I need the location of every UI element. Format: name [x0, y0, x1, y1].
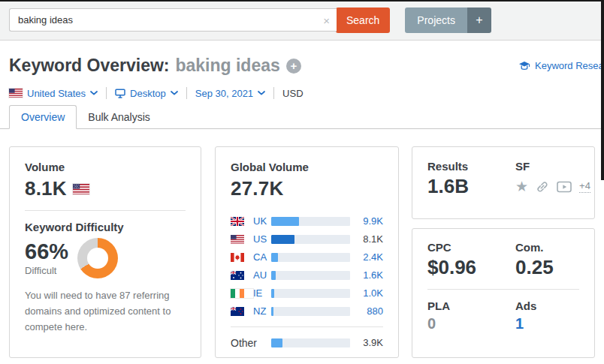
volume-bar-track: [271, 253, 350, 262]
cpc-value: $0.96: [427, 256, 515, 279]
us-flag-icon: [73, 184, 89, 194]
graduation-cap-icon: [518, 61, 530, 71]
search-input[interactable]: [10, 9, 337, 31]
volume-bar-track: [271, 307, 350, 316]
global-volume-heading: Global Volume: [231, 161, 383, 173]
kd-note-text: You will need to have 87 referring domai…: [25, 287, 186, 335]
global-volume-value: 27.7K: [231, 177, 383, 200]
results-card: Results 1.6B SF ★ +4: [412, 146, 595, 219]
star-icon: ★: [515, 179, 528, 194]
country-link-nz[interactable]: NZ: [253, 305, 271, 317]
cpc-card: CPC $0.96 Com. 0.25 PLA 0 Ads 1: [412, 228, 595, 358]
country-link-ca[interactable]: CA: [253, 251, 271, 263]
country-link-uk[interactable]: UK: [253, 215, 271, 227]
results-value: 1.6B: [427, 175, 515, 198]
us-flag-icon: [9, 89, 23, 98]
volume-bar-fill: [271, 307, 273, 316]
divider: [106, 87, 107, 99]
ca-flag-icon: [231, 253, 253, 262]
volume-bar-fill: [271, 253, 278, 262]
search-box: ×: [9, 8, 337, 32]
filters-row: United States Desktop Sep 30, 2021 USD: [0, 75, 604, 101]
kd-percent-value: 66%: [25, 240, 68, 263]
divider: [25, 210, 186, 211]
other-label: Other: [231, 337, 271, 349]
date-filter-label: Sep 30, 2021: [195, 88, 253, 99]
country-link-au[interactable]: AU: [253, 269, 271, 281]
volume-value-ie: 1.0K: [350, 287, 383, 299]
page-title: Keyword Overview: baking ideas +: [9, 56, 595, 76]
window-top-edge: [0, 0, 604, 2]
volume-value-other: 3.9K: [350, 337, 383, 348]
volume-bar-fill: [271, 338, 282, 347]
video-icon: [557, 181, 572, 193]
volume-bar-fill: [271, 235, 294, 244]
clear-search-icon[interactable]: ×: [323, 14, 330, 26]
chevron-down-icon: [90, 91, 98, 95]
ads-value[interactable]: 1: [515, 315, 579, 332]
country-link-ie[interactable]: IE: [253, 287, 271, 299]
volume-card: Volume 8.1K Keyword Difficulty 66% Diffi…: [9, 146, 201, 358]
divider: [231, 326, 383, 327]
pla-heading: PLA: [427, 299, 515, 312]
volume-value-nz: 880: [350, 305, 383, 317]
global-volume-row-au: AU 1.6K: [231, 267, 383, 283]
window-right-edge: [601, 0, 604, 180]
device-filter[interactable]: Desktop: [115, 88, 178, 99]
keyword-research-link[interactable]: Keyword Research: [518, 60, 604, 71]
nz-flag-icon: [231, 307, 253, 316]
global-volume-row-nz: NZ 880: [231, 303, 383, 319]
volume-bar-track: [271, 217, 350, 226]
competition-heading: Com.: [515, 241, 579, 254]
keyword-research-label: Keyword Research: [535, 60, 604, 71]
title-row: Keyword Overview: baking ideas + Keyword…: [0, 41, 604, 75]
link-icon: [536, 180, 549, 194]
page-title-keyword: baking ideas: [175, 56, 279, 76]
country-label-us: US: [253, 233, 271, 245]
global-volume-row-ca: CA 2.4K: [231, 249, 383, 265]
tab-overview[interactable]: Overview: [9, 105, 77, 129]
more-serp-features-link[interactable]: +4: [579, 180, 590, 194]
serp-features-heading: SF: [515, 160, 590, 173]
device-filter-label: Desktop: [130, 88, 166, 99]
volume-value: 8.1K: [25, 177, 67, 200]
serp-feature-icons: ★ +4: [515, 179, 590, 194]
projects-label[interactable]: Projects: [405, 8, 467, 33]
volume-bar-fill: [271, 217, 299, 226]
global-volume-row-us: US 8.1K: [231, 231, 383, 247]
volume-value-au: 1.6K: [350, 269, 383, 281]
global-volume-row-ie: IE 1.0K: [231, 285, 383, 301]
volume-bar-track: [271, 289, 350, 298]
kd-donut: [77, 238, 118, 278]
tab-bulk-analysis[interactable]: Bulk Analysis: [77, 106, 161, 128]
keyword-difficulty-heading: Keyword Difficulty: [25, 221, 186, 233]
volume-bar-track: [271, 271, 350, 280]
currency-label: USD: [282, 88, 303, 99]
divider: [273, 87, 274, 99]
date-filter[interactable]: Sep 30, 2021: [195, 88, 265, 99]
volume-heading: Volume: [25, 161, 186, 173]
ads-heading: Ads: [515, 299, 579, 312]
competition-value: 0.25: [515, 256, 579, 279]
add-project-button[interactable]: +: [467, 8, 491, 33]
volume-value-ca: 2.4K: [350, 251, 383, 263]
kd-level-label: Difficult: [25, 265, 68, 276]
divider: [186, 87, 187, 99]
volume-value-us: 8.1K: [350, 233, 383, 245]
country-filter-label: United States: [27, 88, 86, 99]
ie-flag-icon: [231, 289, 253, 298]
chevron-down-icon: [258, 91, 265, 95]
chevron-down-icon: [171, 91, 178, 95]
global-volume-row-other: Other 3.9K: [231, 335, 383, 350]
global-volume-rows: UK 9.9K US 8.1K: [231, 213, 383, 350]
projects-button[interactable]: Projects +: [405, 8, 491, 33]
global-volume-card: Global Volume 27.7K UK 9.9K: [215, 146, 399, 358]
page-title-prefix: Keyword Overview:: [9, 56, 169, 76]
volume-value-uk: 9.9K: [350, 215, 383, 227]
us-flag-icon: [231, 235, 253, 244]
add-keyword-icon[interactable]: +: [286, 59, 301, 74]
divider: [427, 289, 579, 290]
country-filter[interactable]: United States: [9, 88, 98, 99]
search-button[interactable]: Search: [336, 8, 390, 33]
volume-bar-track: [271, 338, 350, 347]
